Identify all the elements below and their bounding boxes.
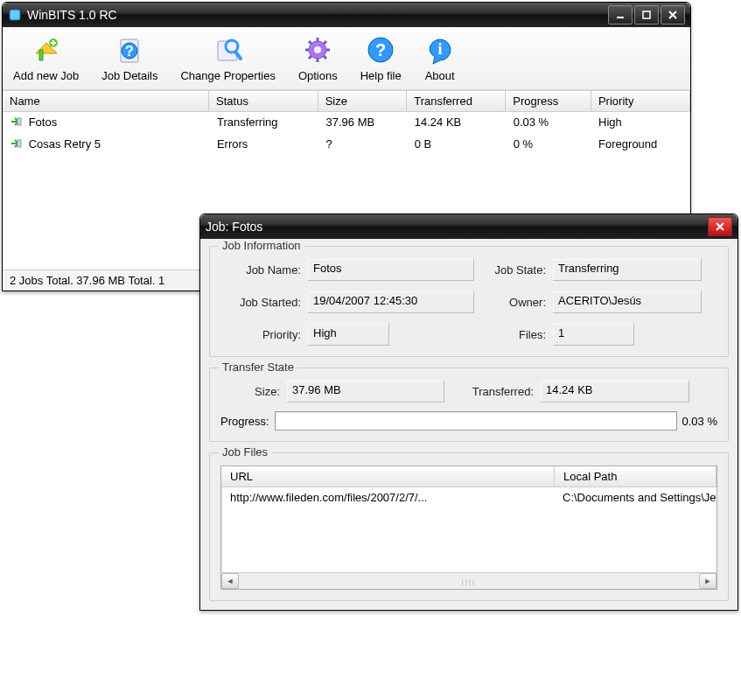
- toolbar-label: Add new Job: [13, 69, 79, 82]
- about-icon: i: [424, 34, 456, 66]
- job-size-cell: ?: [319, 136, 408, 154]
- files-column-path[interactable]: Local Path: [555, 466, 717, 486]
- main-titlebar[interactable]: WinBITS 1.0 RC: [3, 3, 690, 27]
- svg-rect-1: [617, 17, 624, 18]
- job-information-group: Job Information Job Name: Fotos Job Stat…: [209, 246, 729, 357]
- job-started-label: Job Started:: [220, 296, 308, 309]
- job-priority-cell: High: [591, 114, 690, 132]
- job-status-cell: Transferring: [210, 114, 319, 132]
- transferred-value: 14.24 KB: [541, 381, 689, 402]
- job-started-value: 19/04/2007 12:45:30: [308, 291, 474, 313]
- files-value: 1: [553, 324, 634, 346]
- add-job-icon: [31, 34, 62, 66]
- job-arrow-icon: [10, 116, 22, 130]
- column-header-size[interactable]: Size: [318, 91, 408, 111]
- job-transferred-cell: 0 B: [408, 136, 507, 154]
- progress-text: 0.03 %: [682, 415, 717, 428]
- horizontal-scrollbar[interactable]: ◄ |||| ►: [221, 572, 717, 589]
- priority-label: Priority:: [220, 328, 308, 341]
- change-properties-button[interactable]: Change Properties: [177, 32, 278, 84]
- dialog-close-button[interactable]: [708, 217, 732, 236]
- options-icon: [302, 34, 333, 66]
- job-progress-cell: 0.03 %: [507, 114, 591, 132]
- maximize-button[interactable]: [634, 5, 659, 24]
- job-name-cell: Cosas Retry 5: [29, 137, 101, 150]
- svg-rect-0: [10, 10, 20, 20]
- dialog-body: Job Information Job Name: Fotos Job Stat…: [200, 239, 738, 610]
- job-details-button[interactable]: ? Job Details: [98, 32, 161, 84]
- dialog-title: Job: Fotos: [206, 220, 708, 234]
- svg-text:?: ?: [375, 40, 386, 60]
- job-state-label: Job State:: [474, 263, 553, 276]
- dialog-titlebar[interactable]: Job: Fotos: [200, 214, 738, 239]
- job-files-list: URL Local Path http://www.fileden.com/fi…: [220, 466, 717, 590]
- job-files-group: Job Files URL Local Path http://www.file…: [209, 452, 729, 601]
- toolbar: Add new Job ? Job Details Change Propert…: [3, 27, 690, 90]
- svg-text:i: i: [437, 40, 442, 58]
- app-icon: [8, 8, 22, 22]
- help-file-button[interactable]: ? Help file: [357, 32, 405, 84]
- files-label: Files:: [474, 328, 553, 341]
- toolbar-label: Change Properties: [180, 69, 275, 82]
- svg-rect-15: [17, 140, 21, 147]
- size-value: 37.96 MB: [287, 381, 444, 402]
- svg-rect-14: [17, 118, 21, 125]
- close-button[interactable]: [661, 5, 685, 24]
- transferred-label: Transferred:: [444, 385, 541, 398]
- svg-point-10: [314, 46, 321, 53]
- job-name-cell: Fotos: [29, 116, 58, 129]
- scroll-left-button[interactable]: ◄: [221, 573, 239, 589]
- file-url-cell: http://www.fileden.com/files/2007/2/7/..…: [221, 489, 554, 506]
- about-button[interactable]: i About: [421, 32, 459, 84]
- job-progress-cell: 0 %: [507, 136, 591, 154]
- column-header-priority[interactable]: Priority: [591, 91, 690, 111]
- job-state-value: Transferring: [553, 259, 702, 281]
- size-label: Size:: [220, 385, 287, 398]
- help-icon: ?: [365, 34, 396, 66]
- transfer-state-group: Transfer State Size: 37.96 MB Transferre…: [209, 368, 729, 442]
- job-arrow-icon: [10, 137, 22, 152]
- column-header-transferred[interactable]: Transferred: [407, 91, 506, 111]
- owner-label: Owner:: [474, 296, 553, 309]
- job-list-header: Name Status Size Transferred Progress Pr…: [3, 90, 690, 112]
- job-name-label: Job Name:: [220, 263, 308, 276]
- job-transferred-cell: 14.24 KB: [408, 114, 507, 132]
- options-button[interactable]: Options: [295, 32, 341, 84]
- column-header-name[interactable]: Name: [3, 91, 209, 111]
- toolbar-label: About: [425, 69, 455, 82]
- minimize-button[interactable]: [608, 5, 633, 24]
- job-name-value: Fotos: [308, 259, 474, 281]
- scroll-right-button[interactable]: ►: [699, 573, 717, 589]
- progress-bar: [275, 411, 677, 430]
- job-row[interactable]: Fotos Transferring 37.96 MB 14.24 KB 0.0…: [3, 112, 690, 134]
- column-header-progress[interactable]: Progress: [506, 91, 591, 111]
- group-legend: Job Files: [219, 445, 271, 458]
- job-status-cell: Errors: [210, 136, 319, 154]
- owner-value: ACERITO\Jesús: [553, 291, 702, 313]
- files-column-url[interactable]: URL: [221, 466, 555, 486]
- job-size-cell: 37.96 MB: [319, 114, 408, 132]
- window-title: WinBITS 1.0 RC: [27, 8, 608, 22]
- priority-value: High: [308, 324, 389, 346]
- add-new-job-button[interactable]: Add new Job: [10, 32, 82, 84]
- svg-rect-2: [643, 11, 650, 18]
- svg-text:?: ?: [125, 44, 134, 59]
- column-header-status[interactable]: Status: [209, 91, 318, 111]
- progress-label: Progress:: [220, 415, 269, 428]
- toolbar-label: Job Details: [101, 69, 157, 82]
- job-row[interactable]: Cosas Retry 5 Errors ? 0 B 0 % Foregroun…: [3, 134, 690, 156]
- file-row[interactable]: http://www.fileden.com/files/2007/2/7/..…: [221, 487, 717, 508]
- group-legend: Transfer State: [219, 360, 297, 374]
- change-properties-icon: [213, 34, 244, 66]
- group-legend: Job Information: [219, 239, 304, 252]
- job-priority-cell: Foreground: [591, 136, 690, 154]
- toolbar-label: Help file: [360, 69, 402, 82]
- toolbar-label: Options: [298, 69, 338, 82]
- file-path-cell: C:\Documents and Settings\Je: [554, 489, 717, 506]
- scroll-track[interactable]: ||||: [239, 578, 699, 585]
- job-dialog: Job: Fotos Job Information Job Name: Fot…: [199, 214, 738, 611]
- job-details-icon: ?: [114, 34, 145, 66]
